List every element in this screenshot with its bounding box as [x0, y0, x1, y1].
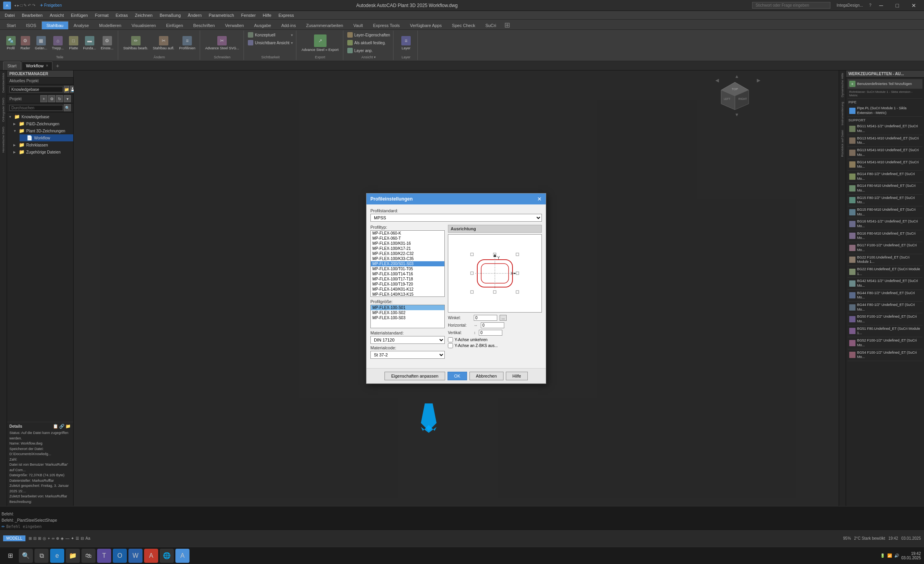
btn-stahlbau-bearb[interactable]: ✏ Stahlbau bearb.: [121, 35, 150, 51]
proj-action-4[interactable]: ▾: [64, 95, 71, 102]
model-tab[interactable]: MODELL: [3, 535, 25, 541]
snap-icon[interactable]: ⊞: [29, 536, 32, 540]
tab-beschriften[interactable]: Beschriften: [188, 21, 220, 29]
tree-item-workflow[interactable]: 📄 Workflow: [20, 134, 73, 141]
tab-verfuegbar[interactable]: Verfügbare Apps: [405, 21, 447, 29]
bg44f-item[interactable]: BG44 F80-1/2" Undefined_ET (SuCri Mo...: [848, 302, 922, 313]
bg17-item[interactable]: BG17 F100-1/2" Undefined_ET (SuCri Mo...: [848, 242, 922, 254]
menu-ansicht[interactable]: Ansicht: [47, 12, 67, 18]
taskbar-search[interactable]: 🔍: [19, 549, 33, 563]
details-copy-icon[interactable]: 📋: [53, 424, 58, 429]
bg14f2-item[interactable]: BG14 F80-M10 Undefined_ET (SuCri Mo...: [848, 183, 922, 194]
vert-tab-instrument[interactable]: Instrumentierung: [841, 99, 844, 128]
btn-layer-mgr[interactable]: ≡ Layer: [399, 35, 413, 51]
more-tabs[interactable]: ⊞: [503, 21, 512, 29]
bg14f-item[interactable]: BG14 F80-1/2" Undefined_ET (SuCri Mo...: [848, 171, 922, 183]
bg13b-item[interactable]: BG13 MS41-M10 Undefined_ET (SuCri Mo...: [848, 147, 922, 159]
props-btn[interactable]: Eigenschaften anpassen: [384, 372, 445, 380]
menu-aendern[interactable]: Ändern: [185, 12, 205, 18]
btn-layer-eigenschaften[interactable]: Layer-Eigenschaften: [346, 31, 391, 38]
bg14-item[interactable]: BG14 MS41-M10 Undefined_ET (SuCri Mo...: [848, 159, 922, 171]
bg15f-item[interactable]: BG15 F80-M10 Undefined_ET (SuCri Mo...: [848, 206, 922, 218]
menu-zeichnen[interactable]: Zeichnen: [132, 12, 155, 18]
bg16f-item[interactable]: BG16 F80-M10 Undefined_ET (SuCri Mo...: [848, 230, 922, 242]
horizontal-input[interactable]: [481, 322, 504, 328]
tp-icon[interactable]: ✦: [71, 536, 74, 540]
y-invert-checkbox[interactable]: [448, 337, 453, 342]
btn-rader[interactable]: ⚙ Rader: [18, 35, 32, 51]
help-btn[interactable]: Hilfe: [506, 372, 528, 380]
btn-konzeptuell[interactable]: Konzeptuell ▾: [247, 31, 294, 38]
taskbar-autocad[interactable]: A: [175, 549, 189, 563]
vert-tab-dynamisch[interactable]: Dynamische Hilfe: [841, 70, 844, 99]
angle-calc-btn[interactable]: ...: [500, 315, 507, 321]
material-std-select[interactable]: DIN 17120: [370, 336, 445, 344]
vert-tab-rueckblick[interactable]: Rückblick auf Datei: [841, 128, 844, 159]
size-item-0[interactable]: MP-FLEX-100-S01: [371, 305, 444, 310]
bg54-item[interactable]: BG54 F100-1/2" Undefined_ET (SuCri Mo...: [848, 349, 922, 361]
taskbar-task-view[interactable]: ⧉: [34, 549, 49, 563]
btn-advance-steel-export[interactable]: ↗ Advance Steel = Export: [300, 33, 340, 53]
bg52-item[interactable]: BG52 F100-1/2" Undefined_ET (SuCri Mo...: [848, 337, 922, 349]
tab-analyse[interactable]: Analyse: [69, 21, 94, 29]
type-item-6[interactable]: MP-FLEX-200/S01-S03: [371, 261, 444, 266]
menu-bearbeiten[interactable]: Bearbeiten: [19, 12, 46, 18]
freigeben-btn[interactable]: ✈ Freigeben: [40, 3, 62, 7]
dyn-icon[interactable]: ◈: [61, 536, 64, 540]
menu-extras[interactable]: Extras: [112, 12, 131, 18]
taskbar-acrobat[interactable]: A: [144, 549, 158, 563]
btn-platte[interactable]: □ Platte: [67, 35, 80, 51]
ducs-icon[interactable]: ⊕: [56, 536, 59, 540]
dialog-close-btn[interactable]: ✕: [537, 196, 542, 202]
menu-fenster[interactable]: Fenster: [238, 12, 259, 18]
btn-profil[interactable]: 🔩 Profil: [4, 35, 18, 51]
tab-zusammenarbeiten[interactable]: Zusammenarbeiten: [301, 21, 348, 29]
tree-item-plant3d[interactable]: ▼ 📁 Plant 3D-Zeichnungen: [12, 127, 73, 134]
btn-layer-anp[interactable]: Layer anp.: [346, 47, 374, 54]
ok-btn[interactable]: OK: [448, 372, 467, 380]
type-item-8[interactable]: MP-FLEX-100/T14-T16: [371, 271, 444, 277]
type-item-3[interactable]: MP-FLEX-100/K17-21: [371, 246, 444, 251]
size-item-1[interactable]: MP-FLEX-100-S02: [371, 310, 444, 315]
taskbar-word[interactable]: W: [128, 549, 143, 563]
sc-icon[interactable]: ⊟: [81, 536, 84, 540]
canvas-area[interactable]: TOP RIGHT LEFT ◀ ▶ ▲ ▼ Profileinstellung…: [74, 70, 839, 506]
type-item-7[interactable]: MP-FLEX-100/T01-T05: [371, 266, 444, 271]
tab-verwalten[interactable]: Verwalten: [220, 21, 249, 29]
type-item-1[interactable]: MP-FLEX-060-T: [371, 236, 444, 241]
tab-speccheck[interactable]: Spec Check: [447, 21, 480, 29]
btn-gelaender[interactable]: ▦ Gelän...: [33, 35, 49, 51]
help-icon[interactable]: ?: [869, 3, 872, 7]
bg22f-item[interactable]: BG22 F80.Undefined_ET (SuCri Module 1...: [848, 266, 922, 278]
taskbar-explorer[interactable]: 📁: [66, 549, 80, 563]
btn-profillinien[interactable]: ≡ Profillinien: [177, 35, 197, 51]
app-icon[interactable]: A: [3, 2, 11, 9]
aa-icon[interactable]: Aa: [85, 536, 90, 540]
add-custom-part-btn[interactable]: + Benutzerdefiniertes Teil hinzufügen: [848, 79, 922, 89]
vertical-input[interactable]: [479, 330, 502, 336]
tree-item-pid[interactable]: ▶ 📁 P&ID-Zeichnungen: [12, 120, 73, 127]
proj-action-3[interactable]: ↻: [56, 95, 63, 102]
tab-stahlbau[interactable]: Stahlbau: [42, 21, 69, 29]
type-item-5[interactable]: MP-FLEX-100/K33-C35: [371, 256, 444, 261]
taskbar-teams[interactable]: T: [97, 549, 111, 563]
bg11-item[interactable]: BG11 MS41-1/2" Undefined_ET (SuCri Mo...: [848, 123, 922, 135]
tab-vault[interactable]: Vault: [348, 21, 368, 29]
proj-action-2[interactable]: ⚙: [48, 95, 55, 102]
proj-btn-open[interactable]: 📁: [64, 86, 69, 93]
menu-format[interactable]: Format: [92, 12, 112, 18]
vert-tab-hermetische[interactable]: Hermetische DWG: [2, 124, 5, 155]
btn-treppen[interactable]: ⌂ Trepp...: [50, 35, 66, 51]
tab-expresstools[interactable]: Express Tools: [368, 21, 405, 29]
bg15-item[interactable]: BG15 F80-1/2" Undefined_ET (SuCri Mo...: [848, 195, 922, 206]
ortho-icon[interactable]: ⊞: [38, 536, 41, 540]
taskbar-chrome[interactable]: 🌐: [160, 549, 174, 563]
minimize-btn[interactable]: ─: [875, 0, 888, 11]
bg50-item[interactable]: BG50 F100-1/2" Undefined_ET (SuCri Mo...: [848, 313, 922, 325]
bg22-item[interactable]: BG22 F100.Undefined_ET (SuCri Module 1..…: [848, 254, 922, 266]
size-item-2[interactable]: MP-FLEX-100-S03: [371, 315, 444, 320]
taskbar-start[interactable]: ⊞: [3, 549, 17, 563]
tab-einfuegen[interactable]: Einfügen: [161, 21, 188, 29]
btn-stahlbau-aufloesen[interactable]: ✂ Stahlbau aufl.: [151, 35, 176, 51]
type-listbox[interactable]: MP-FLEX-060-K MP-FLEX-060-T MP-FLEX-100/…: [370, 230, 445, 297]
